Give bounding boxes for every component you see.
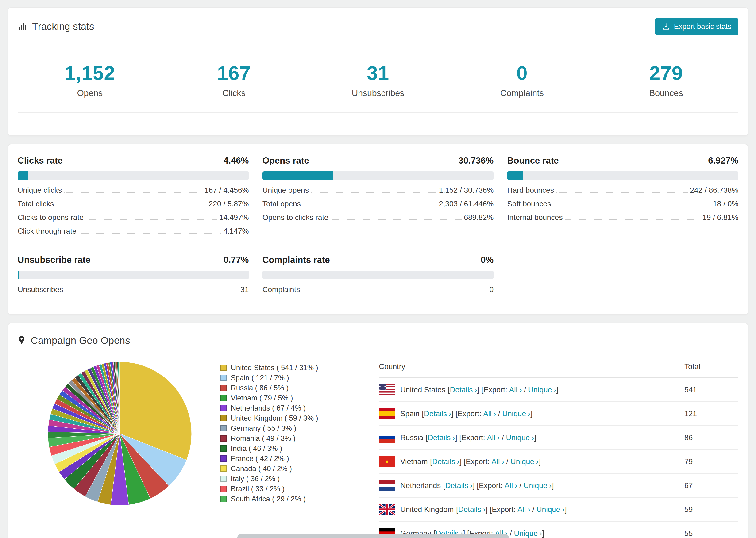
country-cell: United States[Details›] [Export:All› / U… [379,384,684,395]
export-label: Export: [492,505,515,513]
chevron-right-icon: › [562,505,565,513]
legend-item: Vietnam ( 79 / 5% ) [220,393,375,403]
stat-card: 0 Complaints [450,47,594,113]
export-unique-link[interactable]: Unique› [536,505,565,513]
geo-body: United States ( 541 / 31% )Spain ( 121 /… [18,356,738,538]
details-link[interactable]: Details› [445,481,472,490]
rate-progress-bar [18,271,249,279]
chevron-right-icon: › [502,457,504,466]
export-unique-link[interactable]: Unique› [502,409,530,418]
dotted-leader [86,219,217,220]
details-link[interactable]: Details› [432,457,459,466]
export-all-link[interactable]: All› [509,385,522,394]
rate-progress-bar [507,171,738,180]
legend-label: Netherlands ( 67 / 4% ) [231,404,306,412]
rate-progress-fill [18,271,20,279]
legend-label: India ( 46 / 3% ) [231,444,282,453]
rate-percentage: 30.736% [458,156,494,166]
chevron-right-icon: › [532,433,534,442]
rate-row-label: Hard bounces [507,186,554,194]
rate-progress-fill [507,171,523,180]
rate-header: Clicks rate 4.46% [18,156,249,166]
legend-swatch [220,465,227,472]
export-unique-link[interactable]: Unique› [511,457,539,466]
chevron-right-icon: › [497,433,500,442]
geo-table-row: Netherlands[Details›] [Export:All› / Uni… [379,473,738,497]
country-cell: United Kingdom[Details›] [Export:All› / … [379,504,684,515]
rate-row: Complaints 0 [262,285,494,299]
details-link[interactable]: Details› [458,505,486,513]
legend-item: Italy ( 36 / 2% ) [220,474,375,484]
details-link[interactable]: Details› [424,409,451,418]
export-basic-stats-button[interactable]: Export basic stats [655,18,738,35]
bracket: ] [539,457,541,466]
rate-row-value: 689.82% [464,213,494,222]
chevron-right-icon: › [515,481,517,490]
rate-section: Bounce rate 6.927% Hard bounces 242 / 86… [507,156,738,241]
rates-card: Clicks rate 4.46% Unique clicks 167 / 4.… [8,144,748,315]
legend-swatch [220,385,227,391]
export-unique-link[interactable]: Unique› [523,481,552,490]
country-cell: Russia[Details›] [Export:All› / Unique›] [379,432,684,443]
rate-progress-bar [18,171,249,180]
bracket: ] [552,481,554,490]
dotted-leader [302,292,487,292]
chevron-right-icon: › [549,481,552,490]
country-cell: Spain[Details›] [Export:All› / Unique›] [379,408,684,419]
export-unique-label: Unique [502,409,526,418]
rate-row: Internal bounces 19 / 6.81% [507,213,738,227]
rate-section: Opens rate 30.736% Unique opens 1,152 / … [262,156,494,241]
export-all-link[interactable]: All› [517,505,530,513]
export-unique-label: Unique [514,529,538,538]
rate-row: Hard bounces 242 / 86.738% [507,186,738,199]
country-flag-icon [379,504,395,515]
geo-pie-chart [47,361,192,507]
export-unique-link[interactable]: Unique› [506,433,534,442]
country-flag-icon [379,480,395,491]
bracket: ] [565,505,567,513]
map-pin-icon [18,336,26,346]
rate-header: Bounce rate 6.927% [507,156,738,166]
dotted-leader [66,292,238,292]
export-all-label: All [487,433,495,442]
legend-label: South Africa ( 29 / 2% ) [231,495,306,503]
legend-item: France ( 42 / 2% ) [220,454,375,463]
bracket: [ [456,505,458,513]
legend-label: United Kingdom ( 59 / 3% ) [231,414,318,422]
rate-percentage: 0% [481,255,494,265]
dotted-leader [56,206,206,206]
export-unique-link[interactable]: Unique› [528,385,556,394]
rate-rows: Unique opens 1,152 / 30.736% Total opens… [262,186,494,227]
legend-item: South Africa ( 29 / 2% ) [220,494,375,504]
rate-rows: Complaints 0 [262,285,494,299]
legend-swatch [220,375,227,381]
export-all-link[interactable]: All› [487,433,500,442]
rate-progress-fill [18,171,28,180]
country-flag-icon [379,384,395,395]
export-all-link[interactable]: All› [505,481,517,490]
rate-row: Click through rate 4.147% [18,227,249,241]
country-total: 79 [684,450,738,473]
export-label: Export: [483,385,507,394]
bracket: ] [556,385,558,394]
rate-title: Unsubscribe rate [18,255,90,265]
legend-label: Canada ( 40 / 2% ) [231,464,292,473]
details-link[interactable]: Details› [450,385,477,394]
separator: / [510,529,512,538]
legend-swatch [220,476,227,482]
export-all-link[interactable]: All› [491,457,504,466]
bracket: [ [430,457,432,466]
export-unique-link[interactable]: Unique› [514,529,542,538]
country-name: Russia [400,433,423,442]
rate-row: Unique opens 1,152 / 30.736% [262,186,494,199]
rate-header: Unsubscribe rate 0.77% [18,255,249,265]
stats-row: 1,152 Opens 167 Clicks 31 Unsubscribes 0… [18,47,738,113]
total-column-header: Total [684,356,738,378]
legend-item: United Kingdom ( 59 / 3% ) [220,413,375,423]
export-unique-label: Unique [511,457,534,466]
geo-table-row: Vietnam[Details›] [Export:All› / Unique›… [379,450,738,473]
export-all-link[interactable]: All› [483,409,496,418]
stat-value: 167 [217,62,251,84]
details-link[interactable]: Details› [428,433,455,442]
horizontal-scrollbar[interactable] [237,534,509,538]
